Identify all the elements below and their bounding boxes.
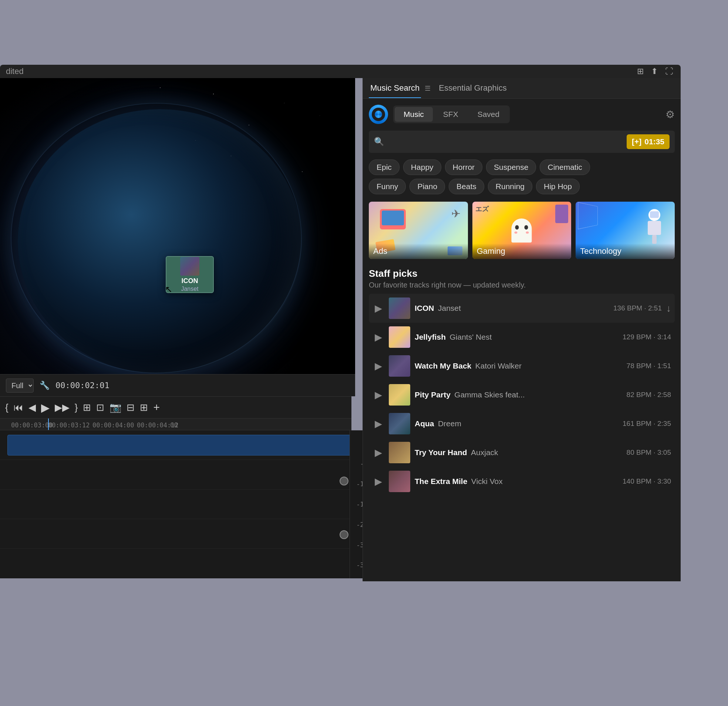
category-card-ads[interactable]: ✈ Ads: [369, 202, 468, 259]
camera-btn[interactable]: 📷: [110, 402, 121, 413]
track-meta-pityparty: 82 BPM · 2:58: [627, 391, 671, 399]
tab-music-search[interactable]: Music Search: [369, 79, 421, 98]
genre-tag-running[interactable]: Running: [488, 179, 532, 194]
genre-tag-beats[interactable]: Beats: [449, 179, 484, 194]
genre-tags-row2: Funny Piano Beats Running Hip Hop: [369, 179, 675, 194]
music-panel: Music Search ☰ Essential Graphics Music …: [363, 78, 681, 581]
trim-btn[interactable]: ⊡: [96, 402, 104, 413]
panel-icon[interactable]: ⊞: [637, 67, 644, 76]
step-frame-fwd-btn[interactable]: ▶▶: [55, 402, 69, 413]
track-info-extraMile: The Extra Mile Vicki Vox: [415, 477, 618, 486]
staff-picks-title: Staff picks: [369, 268, 675, 279]
track-item-tryyourhand[interactable]: ▶ Try Your Hand Auxjack 80 BPM · 3:05: [369, 438, 675, 467]
track-row-1: [0, 430, 351, 460]
ruler-mark-3: 00:00:04:00: [92, 421, 134, 429]
dragged-title: ICON: [181, 277, 198, 285]
dragged-thumbnail: [180, 257, 199, 276]
multitrack-btn[interactable]: ⊟: [127, 402, 135, 413]
search-icon: 🔍: [374, 137, 384, 146]
track-thumbnail-extraMile: [389, 471, 410, 492]
track-meta-icon: 136 BPM · 2:51: [613, 304, 662, 312]
duration-bracket-icon: [+]: [632, 137, 641, 146]
category-card-technology[interactable]: Technology: [576, 202, 675, 259]
track-item-icon[interactable]: ▶ ICON Janset 136 BPM · 2:51 ↓: [369, 294, 675, 323]
timeline-transport: { ⏮ ◀ ▶ ▶▶ } ⊞ ⊡ 📷 ⊟ ⊞ +: [0, 396, 351, 418]
track-play-btn-watchmyback[interactable]: ▶: [373, 360, 384, 372]
track-item-watchmyback[interactable]: ▶ Watch My Back Katori Walker 78 BPM · 1…: [369, 352, 675, 380]
category-label-technology: Technology: [580, 246, 621, 256]
wrench-icon: 🔧: [40, 381, 49, 391]
dragged-artist: Janset: [181, 285, 198, 292]
panel-tabs: Music Search ☰ Essential Graphics: [363, 78, 681, 99]
genre-tag-suspense[interactable]: Suspense: [486, 159, 536, 175]
loop-btn[interactable]: ⊞: [83, 402, 91, 413]
play-pause-btn[interactable]: ▶: [41, 401, 49, 414]
genre-tag-cinematic[interactable]: Cinematic: [540, 159, 590, 175]
vol-slider-1[interactable]: [339, 477, 348, 485]
expand-icon[interactable]: ⛶: [665, 67, 673, 76]
share-icon[interactable]: ⬆: [651, 67, 658, 76]
track-play-btn-aqua[interactable]: ▶: [373, 418, 384, 430]
staff-picks-subtitle: Our favorite tracks right now — updated …: [369, 281, 675, 289]
track-thumbnail-jellyfish: [389, 326, 410, 348]
timeline-tracks: [0, 430, 351, 578]
category-label-ads: Ads: [373, 246, 387, 256]
genre-tag-happy[interactable]: Happy: [403, 159, 441, 175]
tab-essential-graphics[interactable]: Essential Graphics: [433, 79, 512, 98]
track-info-icon: ICON Janset: [415, 304, 609, 312]
duration-value: 01:35: [644, 137, 664, 146]
genre-tag-funny[interactable]: Funny: [369, 179, 406, 194]
track-play-btn-tryyourhand[interactable]: ▶: [373, 447, 384, 459]
track-row-2: [0, 460, 351, 489]
step-back-btn[interactable]: ⏮: [14, 402, 23, 413]
search-input[interactable]: [389, 137, 622, 146]
add-btn[interactable]: +: [153, 401, 160, 414]
vol-slider-2[interactable]: [339, 530, 348, 539]
tab-sfx-btn[interactable]: SFX: [434, 107, 467, 122]
track-item-aqua[interactable]: ▶ Aqua Dreem 161 BPM · 2:35: [369, 409, 675, 438]
track-name-icon: ICON: [415, 304, 434, 312]
track-item-jellyfish[interactable]: ▶ Jellyfish Giants' Nest 129 BPM · 3:14: [369, 323, 675, 352]
track-play-btn-jellyfish[interactable]: ▶: [373, 331, 384, 343]
timeline-ruler: 00:00:03:00 00:00:03:12 00:00:04:00 00:0…: [0, 418, 351, 430]
track-artist-watchmyback: Katori Walker: [475, 362, 521, 370]
staff-picks-header: Staff picks Our favorite tracks right no…: [369, 268, 675, 289]
track-meta-tryyourhand: 80 BPM · 3:05: [627, 448, 671, 457]
search-bar: 🔍 [+] 01:35: [369, 131, 675, 153]
service-logo: [369, 105, 388, 124]
genre-tag-epic[interactable]: Epic: [369, 159, 400, 175]
category-card-gaming[interactable]: エズ Gaming: [472, 202, 572, 259]
ruler-mark-2: 00:00:03:12: [48, 421, 90, 429]
track-info-pityparty: Pity Party Gamma Skies feat...: [415, 391, 622, 399]
window-title: dited: [6, 67, 24, 76]
settings-btn-timeline[interactable]: ⊞: [140, 402, 148, 413]
category-grid: ✈ Ads: [369, 202, 675, 259]
track-list: ▶ ICON Janset 136 BPM · 2:51 ↓ ▶ Jellyfi…: [369, 294, 675, 496]
preview-area: [0, 78, 355, 389]
genre-tag-hiphop[interactable]: Hip Hop: [536, 179, 580, 194]
cursor-icon: ↖: [165, 284, 172, 295]
track-play-btn-extraMile[interactable]: ▶: [373, 476, 384, 487]
panel-settings-btn[interactable]: ⚙: [666, 109, 675, 121]
track-meta-watchmyback: 78 BPM · 1:51: [627, 362, 671, 370]
duration-badge[interactable]: [+] 01:35: [627, 134, 670, 149]
track-item-pityparty[interactable]: ▶ Pity Party Gamma Skies feat... 82 BPM …: [369, 380, 675, 409]
track-name-watchmyback: Watch My Back: [415, 362, 471, 370]
tab-saved-btn[interactable]: Saved: [469, 107, 508, 122]
go-to-in-point-btn[interactable]: {: [5, 402, 9, 413]
track-meta-jellyfish: 129 BPM · 3:14: [623, 333, 671, 341]
track-play-btn-icon[interactable]: ▶: [373, 303, 384, 314]
genre-tag-horror[interactable]: Horror: [445, 159, 483, 175]
track-download-icon[interactable]: ↓: [666, 303, 671, 314]
track-meta-aqua: 161 BPM · 2:35: [623, 420, 671, 428]
zoom-select[interactable]: Full: [6, 379, 34, 393]
genre-tag-piano[interactable]: Piano: [409, 179, 445, 194]
go-to-out-point-btn[interactable]: }: [75, 402, 78, 413]
track-play-btn-pityparty[interactable]: ▶: [373, 389, 384, 401]
step-frame-back-btn[interactable]: ◀: [29, 402, 36, 413]
track-name-jellyfish: Jellyfish: [415, 333, 446, 341]
track-item-extraMile[interactable]: ▶ The Extra Mile Vicki Vox 140 BPM · 3:3…: [369, 467, 675, 496]
track-artist-extraMile: Vicki Vox: [471, 477, 503, 485]
track-info-tryyourhand: Try Your Hand Auxjack: [415, 448, 622, 457]
tab-music-btn[interactable]: Music: [395, 107, 433, 122]
